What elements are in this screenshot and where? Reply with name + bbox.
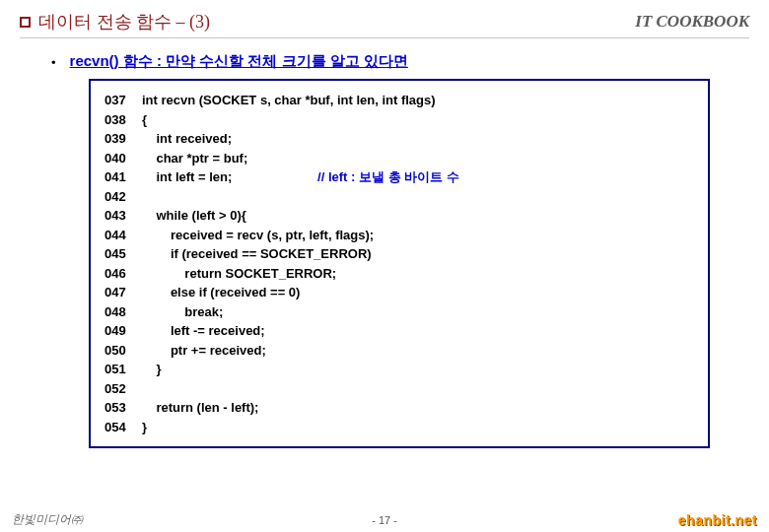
code-line: 049 left -= received;	[105, 321, 694, 341]
code-line: 048 break;	[105, 302, 694, 322]
line-number: 048	[105, 302, 142, 322]
code-line: 054}	[105, 418, 694, 437]
code-text: int received;	[142, 129, 232, 149]
bullet-icon: •	[51, 52, 56, 70]
line-number: 049	[105, 321, 142, 341]
line-number: 041	[105, 167, 142, 187]
subtitle-text: recvn() 함수 : 만약 수신할 전체 크기를 알고 있다면	[70, 52, 408, 71]
code-text: int left = len;	[142, 167, 317, 187]
code-line: 047 else if (received == 0)	[105, 283, 694, 302]
line-number: 052	[105, 379, 142, 399]
line-number: 045	[105, 244, 142, 264]
code-comment: // left : 보낼 총 바이트 수	[317, 167, 459, 187]
code-line: 050 ptr += received;	[105, 341, 694, 361]
code-line: 044 received = recv (s, ptr, left, flags…	[105, 226, 694, 245]
line-number: 046	[105, 264, 142, 284]
title-group: 데이터 전송 함수 – (3)	[20, 10, 210, 33]
page-number: - 17 -	[372, 514, 397, 526]
line-number: 040	[105, 149, 142, 168]
line-number: 053	[105, 398, 142, 418]
header: 데이터 전송 함수 – (3) IT COOKBOOK	[20, 10, 749, 38]
footer-publisher: 한빛미디어㈜	[12, 511, 83, 528]
code-text: int recvn (SOCKET s, char *buf, int len,…	[142, 91, 436, 110]
line-number: 050	[105, 341, 142, 361]
slide-page: 데이터 전송 함수 – (3) IT COOKBOOK • recvn() 함수…	[0, 0, 769, 448]
code-block: 037int recvn (SOCKET s, char *buf, int l…	[89, 79, 710, 448]
code-line: 051 }	[105, 360, 694, 379]
code-text: }	[142, 418, 147, 437]
code-text: else if (received == 0)	[142, 283, 300, 302]
code-line: 040 char *ptr = buf;	[105, 149, 694, 168]
footer: 한빛미디어㈜ - 17 - ehanbit.net	[0, 511, 769, 528]
square-bullet-icon	[20, 17, 31, 28]
code-line: 038{	[105, 110, 694, 130]
slide-title: 데이터 전송 함수 – (3)	[38, 10, 210, 33]
code-line: 041 int left = len; // left : 보낼 총 바이트 수	[105, 167, 694, 187]
line-number: 051	[105, 360, 142, 379]
code-text: ptr += received;	[142, 341, 266, 361]
code-line: 046 return SOCKET_ERROR;	[105, 264, 694, 284]
code-text: left -= received;	[142, 321, 265, 341]
code-line: 039 int received;	[105, 129, 694, 149]
code-line: 045 if (received == SOCKET_ERROR)	[105, 244, 694, 264]
code-text: }	[142, 360, 162, 379]
code-text: char *ptr = buf;	[142, 149, 247, 168]
code-text: return (len - left);	[142, 398, 258, 418]
footer-url: ehanbit.net	[678, 512, 757, 528]
line-number: 038	[105, 110, 142, 130]
code-text: {	[142, 110, 147, 130]
code-text: return SOCKET_ERROR;	[142, 264, 336, 284]
code-text: break;	[142, 302, 223, 322]
line-number: 039	[105, 129, 142, 149]
line-number: 047	[105, 283, 142, 302]
code-text: if (received == SOCKET_ERROR)	[142, 244, 372, 264]
subtitle-block: • recvn() 함수 : 만약 수신할 전체 크기를 알고 있다면	[20, 52, 749, 71]
code-text: received = recv (s, ptr, left, flags);	[142, 226, 374, 245]
line-number: 042	[105, 187, 142, 207]
brand-label: IT COOKBOOK	[635, 12, 749, 32]
line-number: 044	[105, 226, 142, 245]
line-number: 043	[105, 206, 142, 226]
code-line: 042	[105, 187, 694, 207]
code-text: while (left > 0){	[142, 206, 246, 226]
line-number: 054	[105, 418, 142, 437]
line-number: 037	[105, 91, 142, 110]
code-line: 037int recvn (SOCKET s, char *buf, int l…	[105, 91, 694, 110]
code-line: 053 return (len - left);	[105, 398, 694, 418]
code-line: 043 while (left > 0){	[105, 206, 694, 226]
code-line: 052	[105, 379, 694, 399]
